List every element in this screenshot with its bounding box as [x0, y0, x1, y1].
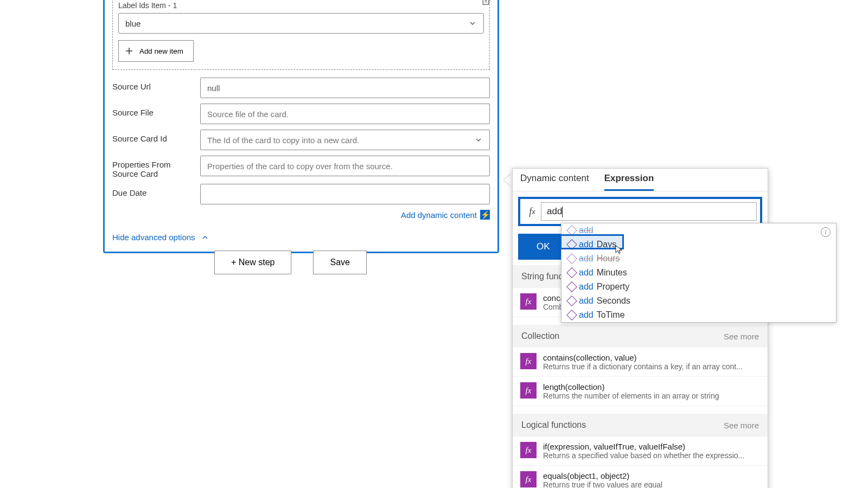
see-more-link[interactable]: See more [724, 332, 759, 341]
fx-icon: fx [524, 203, 541, 220]
expression-typed: add [547, 206, 562, 216]
function-description: Returns the number of elements in an arr… [543, 391, 760, 400]
autocomplete-item[interactable]: addDays [561, 237, 836, 252]
action-card: Label Ids Item - 1 blue Add new item Sou… [103, 0, 499, 253]
expression-input[interactable]: add [541, 202, 757, 221]
cube-icon [566, 225, 577, 236]
label-source-url: Source Url [112, 78, 194, 91]
add-new-item-label: Add new item [139, 47, 183, 55]
add-dynamic-icon[interactable]: ⚡ [480, 210, 490, 220]
label-source-file: Source File [112, 104, 194, 117]
ph-source-file: Source file of the card. [207, 110, 289, 119]
plus-icon [124, 46, 134, 56]
label-source-card-id: Source Card Id [112, 130, 194, 143]
label-props-source: Properties From Source Card [112, 156, 194, 178]
fx-icon: fx [520, 353, 537, 369]
chevron-down-icon [468, 19, 477, 28]
flyout-tabs: Dynamic content Expression [513, 169, 768, 191]
new-step-button[interactable]: + New step [214, 251, 291, 274]
function-signature: equals(object1, object2) [543, 471, 760, 480]
function-item[interactable]: fxcontains(collection, value)Returns tru… [513, 348, 768, 377]
label-due-date: Due Date [112, 184, 194, 197]
function-description: Returns a specified value based on wheth… [543, 451, 760, 460]
ph-source-card-id: The Id of the card to copy into a new ca… [207, 136, 359, 145]
fx-icon: fx [520, 471, 537, 487]
see-more-link[interactable]: See more [724, 421, 759, 430]
row-source-url: Source Url null [112, 78, 490, 98]
input-source-url[interactable]: null [200, 78, 490, 98]
row-source-file: Source File Source file of the card. [112, 104, 490, 124]
hide-advanced-label: Hide advanced options [112, 233, 195, 242]
input-due-date[interactable] [200, 184, 490, 204]
label-ids-group: Label Ids Item - 1 blue Add new item [112, 0, 490, 70]
function-signature: if(expression, valueIfTrue, valueIfFalse… [543, 442, 760, 451]
workflow-buttons: + New step Save [214, 251, 367, 274]
function-item[interactable]: fxlength(collection)Returns the number o… [513, 377, 768, 406]
add-dynamic-row: Add dynamic content ⚡ [112, 210, 490, 220]
cube-icon [566, 239, 577, 250]
expression-input-row: fx add [518, 197, 762, 226]
function-description: Returns true if two values are equal [543, 480, 760, 488]
autocomplete-item[interactable]: addHours [561, 252, 836, 266]
function-signature: length(collection) [543, 382, 760, 391]
category-header: CollectionSee more [513, 325, 768, 348]
array-toggle-icon[interactable] [481, 0, 493, 8]
fx-icon: fx [520, 293, 537, 310]
cube-icon [566, 281, 577, 292]
function-item[interactable]: fxif(expression, valueIfTrue, valueIfFal… [513, 436, 768, 466]
cube-icon [566, 253, 577, 264]
input-props-source[interactable]: Properties of the card to copy over from… [200, 156, 490, 176]
save-button[interactable]: Save [313, 251, 366, 274]
expression-flyout: Dynamic content Expression fx add OK Str… [512, 168, 768, 488]
autocomplete-item[interactable]: addProperty [561, 280, 836, 294]
category-title: Logical functions [521, 420, 586, 430]
add-dynamic-link[interactable]: Add dynamic content [401, 210, 477, 220]
autocomplete-item[interactable]: add [561, 223, 836, 237]
ph-props-source: Properties of the card to copy over from… [207, 162, 393, 171]
chevron-down-icon [474, 136, 483, 144]
autocomplete-item[interactable]: addMinutes [561, 266, 836, 280]
value-source-url: null [207, 84, 220, 93]
cube-icon [566, 296, 577, 306]
chevron-up-icon [201, 233, 209, 242]
function-signature: contains(collection, value) [543, 353, 760, 362]
category-header: Logical functionsSee more [513, 414, 768, 436]
hide-advanced-toggle[interactable]: Hide advanced options [112, 233, 490, 242]
autocomplete-item[interactable]: addSeconds [561, 294, 836, 308]
add-new-item-button[interactable]: Add new item [118, 40, 194, 62]
row-due-date: Due Date [112, 184, 490, 204]
function-description: Returns true if a dictionary contains a … [543, 362, 760, 371]
label-ids-header: Label Ids Item - 1 [118, 1, 484, 10]
cube-icon [566, 310, 577, 320]
label-ids-select[interactable]: blue [118, 13, 484, 34]
label-ids-value: blue [125, 19, 141, 28]
input-source-card-id[interactable]: The Id of the card to copy into a new ca… [200, 130, 490, 150]
fx-icon: fx [520, 442, 537, 458]
tab-expression[interactable]: Expression [604, 173, 654, 191]
autocomplete-item[interactable]: addToTime [561, 308, 836, 322]
cube-icon [566, 267, 577, 278]
tab-dynamic-content[interactable]: Dynamic content [520, 173, 589, 191]
row-source-card-id: Source Card Id The Id of the card to cop… [112, 130, 490, 150]
autocomplete-popup: i addaddDaysaddHoursaddMinutesaddPropert… [561, 223, 837, 323]
row-props-source: Properties From Source Card Properties o… [112, 156, 490, 178]
input-source-file[interactable]: Source file of the card. [200, 104, 490, 124]
category-title: Collection [521, 331, 559, 341]
function-item[interactable]: fxequals(object1, object2)Returns true i… [513, 466, 768, 488]
flyout-arrow [505, 174, 512, 187]
fx-icon: fx [520, 382, 537, 399]
